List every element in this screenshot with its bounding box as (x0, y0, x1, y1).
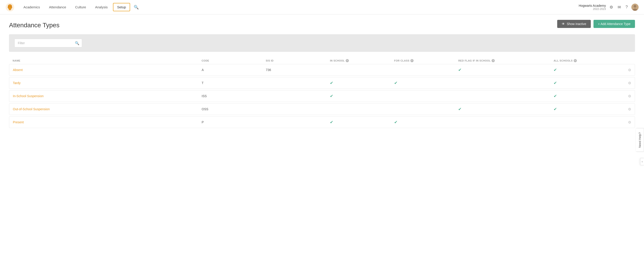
col-header-sisid: SIS ID (266, 59, 328, 62)
row-settings-icon[interactable]: ⚙ (618, 81, 631, 85)
nav-attendance[interactable]: Attendance (45, 4, 70, 11)
row-code: OSS (202, 107, 264, 111)
row-for-class: ✔ (394, 120, 456, 125)
table-rows: Absent A 736 ✔ ✔ ⚙ Tardy T ✔ ✔ ✔ ⚙ In-Sc… (9, 64, 635, 128)
row-settings-icon[interactable]: ⚙ (618, 94, 631, 98)
nav-academics[interactable]: Academics (20, 4, 44, 11)
row-for-class: ✔ (394, 80, 456, 86)
row-name[interactable]: Present (13, 120, 200, 124)
topnav-right: Hogwarts Academy 2022-2023 ⚙ ✉ ? (578, 4, 638, 11)
row-code: P (202, 120, 264, 124)
row-name[interactable]: Absent (13, 68, 200, 72)
collapse-help-button[interactable]: ‹ (640, 158, 644, 165)
row-all-schools: ✔ (554, 68, 616, 72)
check-icon: ✔ (330, 94, 333, 98)
help-icon[interactable]: ? (624, 4, 629, 10)
eye-icon: 👁 (562, 22, 565, 26)
main-content: Attendance Types 👁 Show inactive + Add A… (0, 14, 644, 280)
top-navigation: Academics Attendance Culture Analysis Se… (0, 0, 644, 14)
col-header-redflag: RED FLAG IF IN SCHOOL ? (458, 59, 552, 62)
check-icon: ✔ (330, 120, 333, 124)
attendance-types-table: NAME CODE SIS ID IN SCHOOL ? FOR CLASS ?… (9, 57, 635, 128)
row-all-schools: ✔ (554, 80, 616, 86)
nav-setup[interactable]: Setup (113, 3, 130, 11)
in-school-help-icon[interactable]: ? (346, 59, 349, 62)
nav-search-icon[interactable]: 🔍 (134, 5, 139, 10)
svg-point-4 (634, 5, 636, 8)
nav-culture[interactable]: Culture (72, 4, 90, 11)
filter-input[interactable] (14, 39, 82, 47)
row-in-school: ✔ (330, 120, 392, 125)
col-header-code: CODE (202, 59, 264, 62)
nav-links: Academics Attendance Culture Analysis Se… (20, 3, 578, 11)
red-flag-help-icon[interactable]: ? (492, 59, 495, 62)
page-header: Attendance Types 👁 Show inactive + Add A… (9, 20, 635, 29)
svg-point-2 (10, 6, 11, 7)
school-name: Hogwarts Academy (578, 4, 606, 8)
row-in-school: ✔ (330, 80, 392, 86)
check-icon: ✔ (554, 107, 557, 111)
row-all-schools: ✔ (554, 94, 616, 98)
header-actions: 👁 Show inactive + Add Attendance Type (557, 20, 635, 28)
row-sis-id: 736 (266, 68, 328, 72)
table-row: Absent A 736 ✔ ✔ ⚙ (9, 64, 635, 76)
table-row: In-School Suspension ISS ✔ ✔ ⚙ (9, 90, 635, 102)
table-row: Out-of-School Suspension OSS ✔ ✔ ⚙ (9, 103, 635, 115)
school-info: Hogwarts Academy 2022-2023 (578, 4, 606, 10)
col-header-allschools: ALL SCHOOLS ? (554, 59, 616, 62)
row-code: ISS (202, 94, 264, 98)
check-icon: ✔ (458, 107, 462, 111)
table-header: NAME CODE SIS ID IN SCHOOL ? FOR CLASS ?… (9, 57, 635, 64)
check-icon: ✔ (394, 81, 398, 85)
check-icon: ✔ (394, 120, 398, 124)
app-logo[interactable] (6, 3, 14, 12)
filter-input-wrap: 🔍 (14, 39, 82, 47)
row-settings-icon[interactable]: ⚙ (618, 68, 631, 72)
user-avatar[interactable] (631, 4, 638, 11)
settings-icon[interactable]: ⚙ (608, 4, 614, 10)
row-settings-icon[interactable]: ⚙ (618, 120, 631, 124)
row-settings-icon[interactable]: ⚙ (618, 107, 631, 111)
row-code: T (202, 81, 264, 85)
filter-bar: 🔍 (9, 34, 635, 52)
nav-analysis[interactable]: Analysis (92, 4, 112, 11)
col-header-inschool: IN SCHOOL ? (330, 59, 392, 62)
show-inactive-label: Show inactive (567, 22, 586, 26)
row-name[interactable]: Tardy (13, 81, 200, 85)
row-name[interactable]: Out-of-School Suspension (13, 107, 200, 111)
check-icon: ✔ (330, 81, 333, 85)
check-icon: ✔ (554, 94, 557, 98)
add-attendance-type-button[interactable]: + Add Attendance Type (594, 20, 635, 28)
check-icon: ✔ (554, 68, 557, 72)
row-name[interactable]: In-School Suspension (13, 94, 200, 98)
table-row: Present P ✔ ✔ ⚙ (9, 116, 635, 128)
row-code: A (202, 68, 264, 72)
row-red-flag: ✔ (458, 107, 552, 112)
filter-search-icon[interactable]: 🔍 (75, 41, 79, 45)
row-red-flag: ✔ (458, 68, 552, 72)
for-class-help-icon[interactable]: ? (410, 59, 414, 62)
row-in-school: ✔ (330, 94, 392, 98)
row-all-schools: ✔ (554, 107, 616, 112)
need-help-tab[interactable]: Need Help? (636, 128, 644, 152)
all-schools-help-icon[interactable]: ? (574, 59, 577, 62)
table-row: Tardy T ✔ ✔ ✔ ⚙ (9, 77, 635, 89)
check-icon: ✔ (458, 68, 462, 72)
page-title: Attendance Types (9, 22, 60, 29)
svg-point-1 (8, 6, 10, 7)
col-header-name: NAME (13, 59, 200, 62)
school-year: 2022-2023 (578, 8, 606, 10)
messages-icon[interactable]: ✉ (617, 4, 622, 10)
show-inactive-button[interactable]: 👁 Show inactive (557, 20, 590, 28)
col-header-forclass: FOR CLASS ? (394, 59, 456, 62)
check-icon: ✔ (554, 81, 557, 85)
